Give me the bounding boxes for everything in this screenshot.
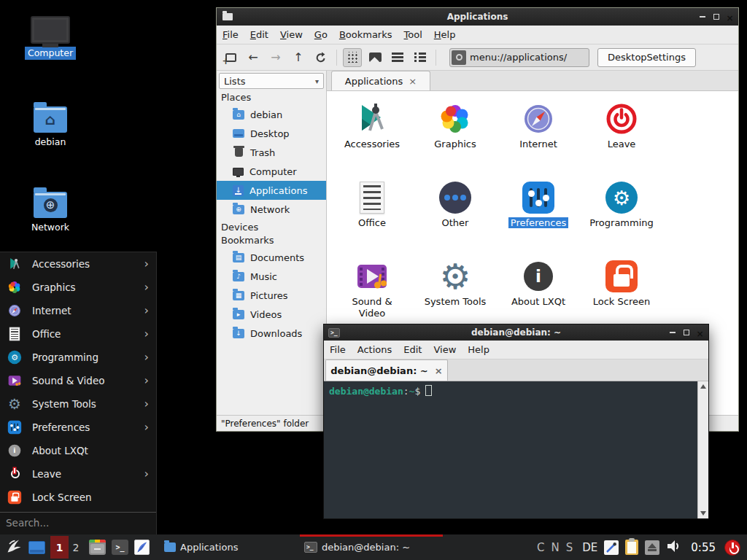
new-tab-button[interactable] <box>221 48 240 67</box>
terminal-menu-edit[interactable]: Edit <box>398 341 427 359</box>
fm-titlebar[interactable]: Applications × <box>217 8 738 26</box>
menu-item-sound-video[interactable]: Sound & Video › <box>0 369 156 392</box>
leave-icon <box>604 101 639 136</box>
desktop-settings-button[interactable]: DesktopSettings <box>597 48 696 67</box>
fm-menu-tool[interactable]: Tool <box>398 26 428 44</box>
fm-menu-help[interactable]: Help <box>428 26 462 44</box>
desktop-icon <box>233 129 244 138</box>
menu-item-preferences[interactable]: Preferences › <box>0 416 156 439</box>
downloads-folder-icon: ↓ <box>233 329 244 338</box>
sidebar-item-videos[interactable]: ▸ Videos <box>217 305 326 324</box>
close-button[interactable]: × <box>724 13 735 23</box>
category-other[interactable]: Other <box>414 180 497 259</box>
scroll-up-icon[interactable] <box>700 384 706 389</box>
menu-item-office[interactable]: Office › <box>0 322 156 346</box>
keyboard-layout-indicator[interactable]: DE <box>582 541 597 554</box>
sidebar-item-desktop[interactable]: Desktop <box>217 124 326 143</box>
workspace-1-button[interactable]: 1 <box>50 536 69 559</box>
sidebar-item-trash[interactable]: Trash <box>217 143 326 162</box>
up-button[interactable]: ↑ <box>289 48 308 67</box>
scroll-down-icon[interactable] <box>700 511 706 516</box>
menu-item-system-tools[interactable]: ⚙ System Tools › <box>0 392 156 416</box>
fm-menu-bookmarks[interactable]: Bookmarks <box>333 26 398 44</box>
tab-applications[interactable]: Applications × <box>331 71 430 90</box>
minimize-button[interactable] <box>667 328 678 338</box>
terminal-scrollbar[interactable] <box>697 381 708 518</box>
terminal-menu-file[interactable]: File <box>324 341 352 359</box>
menu-search-input[interactable]: Search... <box>0 513 156 532</box>
category-programming[interactable]: ⚙ Programming <box>580 180 663 259</box>
terminal-titlebar[interactable]: >_ debian@debian: ~ × <box>324 324 708 341</box>
terminal-menu-actions[interactable]: Actions <box>352 341 398 359</box>
fm-menu-view[interactable]: View <box>274 26 309 44</box>
volume-tray-icon[interactable] <box>666 540 682 556</box>
sidebar-mode-combobox[interactable]: Lists ▾ <box>219 73 324 89</box>
workspace-2-button[interactable]: 2 <box>69 536 83 559</box>
show-desktop-button[interactable] <box>28 541 45 554</box>
tab-close-icon[interactable]: × <box>435 366 443 376</box>
category-preferences[interactable]: Preferences <box>497 180 580 259</box>
menu-item-about-lxqt[interactable]: i About LXQt <box>0 439 156 462</box>
sidebar-item-network[interactable]: ⊕ Network <box>217 200 326 219</box>
terminal-launcher[interactable]: >_ <box>112 540 128 555</box>
sidebar-item-music[interactable]: ♪ Music <box>217 267 326 286</box>
icon-view-button[interactable] <box>343 48 362 67</box>
maximize-button[interactable] <box>681 328 692 338</box>
terminal-menu-help[interactable]: Help <box>462 341 495 359</box>
fm-tabbar: Applications × <box>327 71 738 91</box>
clipboard-tray-icon[interactable] <box>625 540 638 555</box>
terminal-content[interactable]: debian@debian:~$ <box>324 381 708 518</box>
compact-view-button[interactable] <box>388 48 407 67</box>
sidebar-item-debian[interactable]: ⌂ debian <box>217 105 326 124</box>
fm-menu-edit[interactable]: Edit <box>244 26 274 44</box>
sidebar-item-downloads[interactable]: ↓ Downloads <box>217 324 326 343</box>
sidebar-item-documents[interactable]: ▤ Documents <box>217 248 326 267</box>
detailed-view-button[interactable] <box>411 48 430 67</box>
forward-button[interactable]: → <box>266 48 285 67</box>
thumbnail-view-button[interactable] <box>365 48 384 67</box>
terminal-tab[interactable]: debian@debian: ~ × <box>325 359 448 381</box>
documents-folder-icon: ▤ <box>233 253 244 262</box>
sidebar-item-pictures[interactable]: ▦ Pictures <box>217 286 326 305</box>
accessories-icon <box>7 257 22 271</box>
minimize-button[interactable] <box>697 12 708 22</box>
close-button[interactable]: × <box>694 329 705 338</box>
category-accessories[interactable]: Accessories <box>330 101 414 180</box>
task-terminal[interactable]: >_ debian@debian: ~ <box>300 534 443 560</box>
menu-item-leave[interactable]: Leave › <box>0 462 156 486</box>
fm-menu-go[interactable]: Go <box>309 26 333 44</box>
desktop-icon-network[interactable]: ⊕ Network <box>12 186 88 234</box>
menu-item-graphics[interactable]: Graphics › <box>0 276 156 299</box>
task-applications[interactable]: Applications <box>160 534 297 560</box>
address-text[interactable]: menu://applications/ <box>470 52 567 63</box>
sidebar-item-computer[interactable]: Computer <box>217 162 326 181</box>
maximize-button[interactable] <box>711 12 721 22</box>
category-internet[interactable]: Internet <box>497 101 580 180</box>
category-office[interactable]: Office <box>330 180 414 259</box>
power-button[interactable] <box>724 540 740 556</box>
category-graphics[interactable]: Graphics <box>414 101 497 180</box>
category-leave[interactable]: Leave <box>580 101 663 180</box>
file-manager-launcher[interactable] <box>89 540 106 555</box>
desktop-icon-computer[interactable]: Computer <box>12 16 88 60</box>
submenu-arrow-icon: › <box>144 305 149 316</box>
fm-menu-file[interactable]: File <box>217 26 244 44</box>
reload-button[interactable] <box>311 48 330 67</box>
main-menu-button[interactable] <box>5 537 23 558</box>
address-bar[interactable]: menu://applications/ <box>449 48 589 67</box>
featherpad-launcher[interactable] <box>134 540 150 555</box>
menu-item-internet[interactable]: Internet › <box>0 299 156 322</box>
screenshot-tray-icon[interactable] <box>604 540 619 555</box>
tab-close-icon[interactable]: × <box>409 77 417 86</box>
menu-item-accessories[interactable]: Accessories › <box>0 252 156 276</box>
menu-item-programming[interactable]: ⚙ Programming › <box>0 346 156 369</box>
submenu-arrow-icon: › <box>144 281 149 293</box>
terminal-menu-view[interactable]: View <box>427 341 462 359</box>
menu-item-lock-screen[interactable]: Lock Screen <box>0 486 156 509</box>
clock[interactable]: 0:55 <box>691 541 716 554</box>
desktop-icon-debian[interactable]: ⌂ debian <box>12 101 88 149</box>
removable-media-tray-icon[interactable] <box>645 540 659 555</box>
sidebar-item-applications[interactable]: ↓ Applications <box>217 181 326 200</box>
back-button[interactable]: ← <box>244 48 263 67</box>
trash-icon <box>235 148 243 157</box>
